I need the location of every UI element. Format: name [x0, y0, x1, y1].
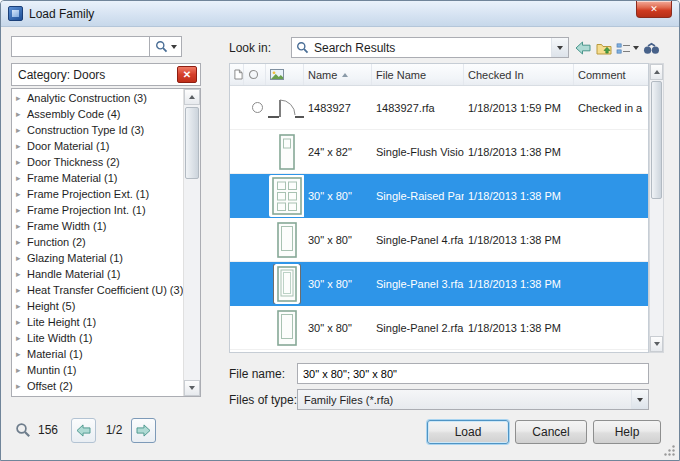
arrow-left-icon — [76, 424, 91, 437]
scroll-thumb[interactable] — [185, 107, 199, 179]
category-label: Construction Type Id (3) — [27, 124, 144, 136]
category-tree-item[interactable]: Material (1) — [12, 346, 183, 362]
category-tree-item[interactable]: Handle Material (1) — [12, 266, 183, 282]
results-count: 156 — [38, 423, 58, 437]
look-in-dropdown[interactable]: Search Results — [291, 37, 569, 58]
cell-preview — [266, 175, 304, 217]
titlebar[interactable]: Load Family — [1, 1, 679, 27]
scroll-thumb[interactable] — [651, 81, 662, 199]
views-button[interactable] — [615, 38, 631, 58]
results-count-icon — [15, 422, 31, 438]
header-comment[interactable]: Comment — [574, 64, 648, 85]
resize-grip[interactable] — [663, 444, 676, 457]
category-tree-item[interactable]: Assembly Code (4) — [12, 106, 183, 122]
prev-page-button[interactable] — [71, 418, 96, 443]
load-button[interactable]: Load — [427, 420, 509, 444]
search-input[interactable] — [11, 36, 150, 57]
category-label: Lite Height (1) — [27, 316, 96, 328]
category-label: Lite Width (1) — [27, 332, 92, 344]
help-button[interactable]: Help — [593, 420, 661, 444]
clear-category-button[interactable]: ✕ — [177, 66, 197, 83]
category-filter-bar: Category: Doors ✕ — [11, 63, 201, 86]
category-tree-item[interactable]: Lite Height (1) — [12, 314, 183, 330]
file-name-input[interactable] — [297, 363, 649, 384]
next-page-button[interactable] — [131, 418, 156, 443]
cell-checked-in: 1/18/2013 1:38 PM — [464, 278, 574, 290]
table-header[interactable]: Name File Name Checked In Comment — [230, 64, 648, 86]
results-table: Name File Name Checked In Comment — [229, 63, 649, 353]
category-tree-item[interactable]: Door Material (1) — [12, 138, 183, 154]
triangle-up-icon — [189, 95, 195, 99]
chevron-down-icon — [171, 45, 177, 49]
category-tree-item[interactable]: Function (2) — [12, 234, 183, 250]
table-row[interactable]: 30" x 80" Single-Panel 4.rfa 1/18/2013 1… — [230, 218, 648, 262]
header-name-label: Name — [308, 69, 337, 81]
table-row[interactable]: 30" x 80" Single-Panel 3.rfa 1/18/2013 1… — [230, 262, 648, 306]
table-row[interactable]: 1483927 1483927.rfa 1/18/2013 1:59 PM Ch… — [230, 86, 648, 130]
category-label: Frame Width (1) — [27, 220, 106, 232]
scroll-down-button[interactable] — [650, 336, 663, 352]
scroll-up-button[interactable] — [650, 64, 663, 80]
image-icon — [270, 69, 284, 80]
thumbnail — [269, 175, 304, 217]
status-circle-icon — [248, 69, 259, 80]
table-row[interactable]: 30" x 80" Single-Raised Panel w... 1/18/… — [230, 174, 648, 218]
category-tree-item[interactable]: Lite Width (1) — [12, 330, 183, 346]
scroll-up-button[interactable] — [184, 89, 200, 105]
header-doc-column[interactable] — [230, 64, 244, 85]
header-checked-in[interactable]: Checked In — [464, 64, 574, 85]
cell-file-name: Single-Flush Vision.rfa — [372, 146, 464, 158]
views-dropdown-button[interactable] — [631, 38, 641, 58]
table-scrollbar[interactable] — [649, 63, 664, 353]
category-tree-item[interactable]: Construction Type Id (3) — [12, 122, 183, 138]
header-name[interactable]: Name — [304, 64, 372, 85]
chevron-down-icon — [633, 46, 639, 50]
scroll-down-button[interactable] — [184, 380, 200, 396]
cell-name: 30" x 80" — [304, 234, 372, 246]
category-tree-item[interactable]: Heat Transfer Coefficient (U) (3) — [12, 282, 183, 298]
header-file-name-label: File Name — [376, 69, 426, 81]
header-preview-column[interactable] — [266, 64, 304, 85]
cell-preview — [266, 93, 304, 123]
table-row[interactable]: 24" x 82" Single-Flush Vision.rfa 1/18/2… — [230, 130, 648, 174]
page-indicator: 1/2 — [99, 423, 129, 437]
thumbnail — [274, 308, 300, 348]
app-icon — [8, 6, 23, 21]
files-of-type-arrow-button[interactable] — [631, 390, 648, 409]
category-label: Frame Projection Int. (1) — [27, 204, 146, 216]
door-vision-thumb — [279, 134, 295, 170]
door-plan-icon — [267, 95, 304, 121]
tree-scrollbar[interactable] — [183, 89, 200, 396]
header-comment-label: Comment — [578, 69, 626, 81]
category-tree-item[interactable]: Frame Material (1) — [12, 170, 183, 186]
category-label: Glazing Material (1) — [27, 252, 123, 264]
look-in-arrow-button[interactable] — [551, 38, 568, 57]
category-tree-item[interactable]: Frame Projection Ext. (1) — [12, 186, 183, 202]
category-filter-label: Category: Doors — [18, 68, 177, 82]
table-row[interactable]: 30" x 80" Single-Panel 2.rfa 1/18/2013 1… — [230, 306, 648, 350]
find-button[interactable] — [641, 38, 661, 58]
sort-ascending-icon — [342, 73, 348, 77]
up-one-level-button[interactable] — [595, 38, 613, 58]
category-tree-item[interactable]: Frame Width (1) — [12, 218, 183, 234]
header-file-name[interactable]: File Name — [372, 64, 464, 85]
cell-file-name: Single-Raised Panel w... — [372, 190, 464, 202]
category-tree-item[interactable]: Glazing Material (1) — [12, 250, 183, 266]
category-tree-item[interactable]: Door Thickness (2) — [12, 154, 183, 170]
category-label: Analytic Construction (3) — [27, 92, 147, 104]
files-of-type-dropdown[interactable]: Family Files (*.rfa) — [297, 389, 649, 410]
look-in-search-icon — [296, 41, 309, 54]
back-button[interactable] — [573, 38, 593, 58]
cell-preview — [266, 220, 304, 260]
category-tree-item[interactable]: Height (5) — [12, 298, 183, 314]
search-dropdown-button[interactable] — [149, 36, 182, 57]
category-tree-item[interactable]: Analytic Construction (3) — [12, 90, 183, 106]
category-tree-item[interactable]: Muntin (1) — [12, 362, 183, 378]
category-tree-item[interactable]: Offset (2) — [12, 378, 183, 394]
category-label: Function (2) — [27, 236, 86, 248]
door-panel-thumb — [277, 310, 297, 346]
header-status-column[interactable] — [244, 64, 266, 85]
close-button[interactable]: ✕ — [636, 1, 672, 18]
category-tree-item[interactable]: Frame Projection Int. (1) — [12, 202, 183, 218]
cancel-button[interactable]: Cancel — [515, 420, 587, 444]
